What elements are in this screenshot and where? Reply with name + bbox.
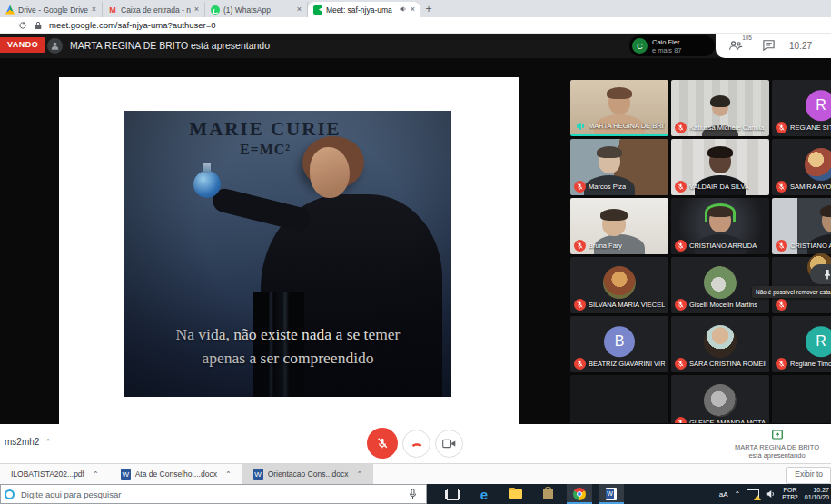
store-icon[interactable] [535,484,560,504]
participant-tile[interactable]: MARTA REGINA DE BRITO [570,80,668,136]
participant-tile[interactable]: Giselli Mocelin Martins [671,257,769,313]
muted-mic-icon [776,299,787,311]
tab-close-icon[interactable]: × [297,5,302,14]
pin-icon[interactable] [823,269,831,280]
tab-close-icon[interactable]: × [411,5,415,14]
participant-tile[interactable]: Bruna Fary [570,198,668,254]
gmail-favicon: M [108,5,117,15]
chat-icon[interactable] [763,38,775,54]
task-view-button[interactable] [440,484,465,504]
meet-bottom-bar: ms2mh2 ⌃ MARTA REGINA DE BRITO está apre… [0,424,831,463]
muted-mic-icon [776,240,787,252]
participant-name: BEATRIZ GIAVARINI VIRI... [589,360,665,368]
tab-close-icon[interactable]: × [194,5,199,14]
meet-top-right-controls: 105 10:27 [716,34,831,58]
presented-slide: MARIE CURIE E=MC² Na vida, não existe na… [59,77,519,424]
hidden-icons-chevron[interactable]: ⌃ [735,490,741,499]
tile-hover-actions[interactable] [810,264,831,284]
download-item[interactable]: ILOBATISTA202...pdf⌃ [0,464,110,485]
muted-mic-icon [675,181,687,193]
camera-button[interactable] [435,430,463,458]
edge-icon[interactable]: e [471,484,497,504]
word-file-icon [121,469,131,480]
participant-tile[interactable]: SARA CRISTINA ROMEIR... [671,316,769,372]
initial-avatar: B [604,326,635,357]
download-item[interactable]: Orientacao Cons...docx⌃ [242,464,374,485]
cortana-icon[interactable] [5,489,15,499]
hang-up-button[interactable] [402,430,430,458]
muted-mic-icon [776,122,787,133]
muted-mic-icon [574,240,586,252]
people-icon[interactable]: 105 [728,38,743,54]
figure-head [310,147,350,198]
participant-label: CRISTIANO ARRUDA [675,240,757,252]
presenting-banner-text: MARTA REGINA DE BRITO está apresentando [70,40,270,51]
input-indicator-icon[interactable]: aA [719,490,728,499]
show-all-downloads-button[interactable]: Exibir to [786,467,831,484]
browser-tab[interactable]: Drive - Google Drive× [0,2,103,17]
meeting-code[interactable]: ms2mh2 ⌃ [5,437,52,447]
download-items: ILOBATISTA202...pdf⌃Ata de Conselho....d… [0,464,373,485]
drive-favicon [5,5,15,15]
participant-tile[interactable]: SAMIRA AYOUB [772,139,831,195]
word-icon[interactable] [599,484,624,504]
participant-tile[interactable]: Não é possível remover esta apr... [772,257,831,313]
participant-tile[interactable]: Marcos Piza [570,139,668,195]
file-explorer-icon[interactable] [503,484,529,504]
participant-tile[interactable]: GLEICE AMANDA MOTA ... [671,375,769,423]
browser-tab[interactable]: (1) WhatsApp× [205,2,308,17]
browser-tab[interactable]: Meet: saf-njya-uma× [308,2,420,17]
download-item[interactable]: Ata de Conselho....docx⌃ [110,464,242,485]
muted-mic-icon [675,122,687,133]
participant-label [776,299,787,311]
chevron-up-icon: ⌃ [45,438,52,447]
participant-label: CRISTIANO AR [776,240,831,252]
tab-audio-icon[interactable] [400,5,407,15]
new-tab-button[interactable]: + [420,2,437,17]
lock-icon [35,21,42,30]
screen: Drive - Google Drive×MCaixa de entrada -… [0,0,831,504]
marie-curie-image: MARIE CURIE E=MC² Na vida, não existe na… [124,111,451,397]
participant-label: BEATRIZ GIAVARINI VIRI... [574,358,665,370]
mute-microphone-button[interactable] [367,428,398,459]
muted-mic-icon [776,358,787,370]
reload-icon[interactable] [18,21,27,30]
volume-icon[interactable] [766,489,776,499]
network-icon[interactable] [747,489,759,499]
muted-mic-icon [675,358,687,370]
participant-tile[interactable]: RRegiane Timote [772,316,831,372]
windows-taskbar: Digite aqui para pesquisar e aA ⌃ PORPTB… [0,484,831,504]
participant-tile[interactable]: RREGIANE SITA [772,80,831,136]
download-chevron-icon[interactable]: ⌃ [93,470,99,479]
download-chevron-icon[interactable]: ⌃ [225,470,232,479]
meet-favicon [313,5,322,15]
taskbar-search[interactable]: Digite aqui para pesquisar [0,484,427,504]
participant-tile[interactable]: CRISTIANO ARRUDA [671,198,769,254]
browser-tab[interactable]: MCaixa de entrada - nrecpm.eja0× [103,2,205,17]
url-bar[interactable]: meet.google.com/saf-njya-uma?authuser=0 [0,17,831,34]
tab-close-icon[interactable]: × [92,5,96,14]
chrome-icon[interactable] [567,484,592,504]
tab-title: Meet: saf-njya-uma [326,5,396,15]
search-mic-icon[interactable] [409,489,417,499]
figure-bottles [253,292,304,397]
presentation-stage: MARIE CURIE E=MC² Na vida, não existe na… [0,58,831,424]
participant-silhouette-head [709,208,731,232]
download-file-name: ILOBATISTA202...pdf [11,469,84,479]
participant-tile[interactable]: CRISTIANO AR [772,198,831,254]
clock-tray[interactable]: 10:2701/10/20 [805,487,829,501]
muted-mic-icon [574,299,586,311]
participant-tile[interactable]: Katiussa Michele Canola [671,80,769,136]
url-text[interactable]: meet.google.com/saf-njya-uma?authuser=0 [49,20,216,30]
participant-label: Marcos Piza [574,181,626,193]
clock: 10:27 [789,41,812,51]
participant-tile[interactable]: SILVANA MARIA VIECELI... [570,257,668,313]
participant-pill-avatar: C [632,38,648,54]
participants-pill[interactable]: C Caio Fier e mais 87 [629,35,715,56]
participant-tile[interactable]: BBEATRIZ GIAVARINI VIRI... [570,316,668,372]
people-count: 105 [742,35,752,41]
participant-tile[interactable]: VALDAIR DA SILVA [671,139,769,195]
presenting-status-name: MARTA REGINA DE BRITO [725,443,829,451]
download-chevron-icon[interactable]: ⌃ [356,470,362,479]
language-indicator[interactable]: PORPTB2 [782,487,798,501]
